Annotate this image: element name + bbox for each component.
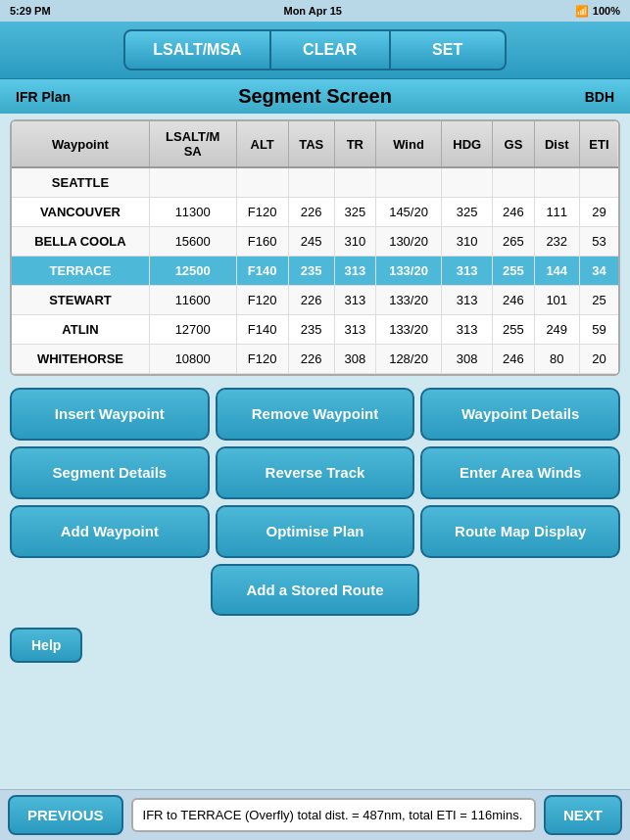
table-row[interactable]: SEATTLE: [12, 167, 618, 198]
cell-alt: F140: [236, 257, 288, 286]
cell-alt: F120: [236, 198, 288, 227]
cell-wind: 130/20: [375, 227, 441, 257]
status-right: 📶 100%: [575, 5, 620, 18]
cell-tas: 226: [288, 286, 334, 315]
cell-hdg: 313: [442, 257, 493, 286]
cell-tr: 308: [334, 345, 375, 374]
reverse-track-button[interactable]: Reverse Track: [216, 446, 415, 499]
cell-dist: 144: [534, 257, 579, 286]
cell-alt: F140: [236, 315, 288, 345]
cell-gs: 265: [493, 227, 534, 257]
col-lsalt: LSALT/MSA: [149, 121, 236, 167]
toolbar: LSALT/MSA CLEAR SET: [0, 22, 630, 79]
header-section: IFR Plan Segment Screen BDH: [0, 79, 630, 114]
cell-tas: 235: [288, 315, 334, 345]
remove-waypoint-button[interactable]: Remove Waypoint: [216, 388, 415, 441]
insert-waypoint-button[interactable]: Insert Waypoint: [10, 388, 210, 441]
cell-lsalt: 11300: [149, 198, 236, 227]
next-button[interactable]: NEXT: [544, 795, 622, 835]
col-wind: Wind: [375, 121, 441, 167]
waypoint-details-button[interactable]: Waypoint Details: [420, 388, 620, 441]
cell-eti: 25: [579, 286, 618, 315]
cell-wind: 133/20: [375, 257, 441, 286]
cell-waypoint: BELLA COOLA: [12, 227, 149, 257]
table-row[interactable]: WHITEHORSE10800F120226308128/20308246802…: [12, 345, 618, 374]
cell-tas: 226: [288, 345, 334, 374]
cell-waypoint: VANCOUVER: [12, 198, 149, 227]
bdh-label: BDH: [556, 89, 614, 105]
cell-gs: 246: [493, 286, 534, 315]
action-buttons: Insert Waypoint Remove Waypoint Waypoint…: [0, 382, 630, 564]
col-tr: TR: [334, 121, 375, 167]
cell-eti: [579, 167, 618, 198]
col-hdg: HDG: [442, 121, 493, 167]
cell-dist: 80: [534, 345, 579, 374]
cell-hdg: 313: [442, 315, 493, 345]
cell-lsalt: 12700: [149, 315, 236, 345]
cell-alt: F160: [236, 227, 288, 257]
cell-wind: 145/20: [375, 198, 441, 227]
ifr-plan-label: IFR Plan: [16, 89, 74, 105]
cell-tas: 226: [288, 198, 334, 227]
segment-details-button[interactable]: Segment Details: [10, 446, 210, 499]
cell-dist: 111: [534, 198, 579, 227]
table-row[interactable]: VANCOUVER11300F120226325145/203252461112…: [12, 198, 618, 227]
cell-eti: 59: [579, 315, 618, 345]
cell-lsalt: [149, 167, 236, 198]
help-button[interactable]: Help: [10, 628, 82, 663]
col-waypoint: Waypoint: [12, 121, 149, 167]
cell-hdg: 325: [442, 198, 493, 227]
cell-gs: 255: [493, 315, 534, 345]
cell-tr: 310: [334, 227, 375, 257]
stored-route-row: Add a Stored Route: [0, 564, 630, 622]
status-time: 5:29 PM: [10, 5, 51, 17]
bottom-nav: PREVIOUS IFR to TERRACE (Overfly) total …: [0, 789, 630, 840]
cell-eti: 53: [579, 227, 618, 257]
cell-eti: 20: [579, 345, 618, 374]
table-row[interactable]: STEWART11600F120226313133/2031324610125: [12, 286, 618, 315]
enter-area-winds-button[interactable]: Enter Area Winds: [420, 446, 620, 499]
cell-alt: F120: [236, 286, 288, 315]
cell-lsalt: 11600: [149, 286, 236, 315]
cell-tr: 325: [334, 198, 375, 227]
cell-tr: 313: [334, 286, 375, 315]
table-row[interactable]: BELLA COOLA15600F160245310130/2031026523…: [12, 227, 618, 257]
cell-eti: 29: [579, 198, 618, 227]
cell-alt: [236, 167, 288, 198]
cell-gs: 246: [493, 198, 534, 227]
cell-gs: 246: [493, 345, 534, 374]
cell-tas: 235: [288, 257, 334, 286]
cell-tas: [288, 167, 334, 198]
cell-dist: 249: [534, 315, 579, 345]
cell-waypoint: TERRACE: [12, 257, 149, 286]
add-stored-route-button[interactable]: Add a Stored Route: [211, 564, 420, 616]
cell-gs: 255: [493, 257, 534, 286]
cell-tr: [334, 167, 375, 198]
cell-tr: 313: [334, 257, 375, 286]
col-alt: ALT: [236, 121, 288, 167]
screen-title: Segment Screen: [74, 85, 556, 108]
route-map-display-button[interactable]: Route Map Display: [420, 505, 620, 558]
cell-hdg: 310: [442, 227, 493, 257]
cell-wind: [375, 167, 441, 198]
cell-lsalt: 10800: [149, 345, 236, 374]
table-row[interactable]: TERRACE12500F140235313133/2031325514434: [12, 257, 618, 286]
optimise-plan-button[interactable]: Optimise Plan: [216, 505, 415, 558]
cell-tas: 245: [288, 227, 334, 257]
cell-waypoint: WHITEHORSE: [12, 345, 149, 374]
previous-button[interactable]: PREVIOUS: [8, 795, 123, 835]
add-waypoint-button[interactable]: Add Waypoint: [10, 505, 210, 558]
cell-hdg: [442, 167, 493, 198]
cell-dist: 101: [534, 286, 579, 315]
status-text: IFR to TERRACE (Overfly) total dist. = 4…: [131, 798, 536, 832]
table-row[interactable]: ATLIN12700F140235313133/2031325524959: [12, 315, 618, 345]
cell-tr: 313: [334, 315, 375, 345]
lsalt-msa-button[interactable]: LSALT/MSA: [123, 29, 270, 70]
clear-button[interactable]: CLEAR: [271, 29, 389, 70]
cell-lsalt: 12500: [149, 257, 236, 286]
cell-dist: [534, 167, 579, 198]
table-header-row: Waypoint LSALT/MSA ALT TAS TR Wind HDG G…: [12, 121, 618, 167]
status-bar: 5:29 PM Mon Apr 15 📶 100%: [0, 0, 630, 22]
set-button[interactable]: SET: [389, 29, 507, 70]
cell-hdg: 308: [442, 345, 493, 374]
